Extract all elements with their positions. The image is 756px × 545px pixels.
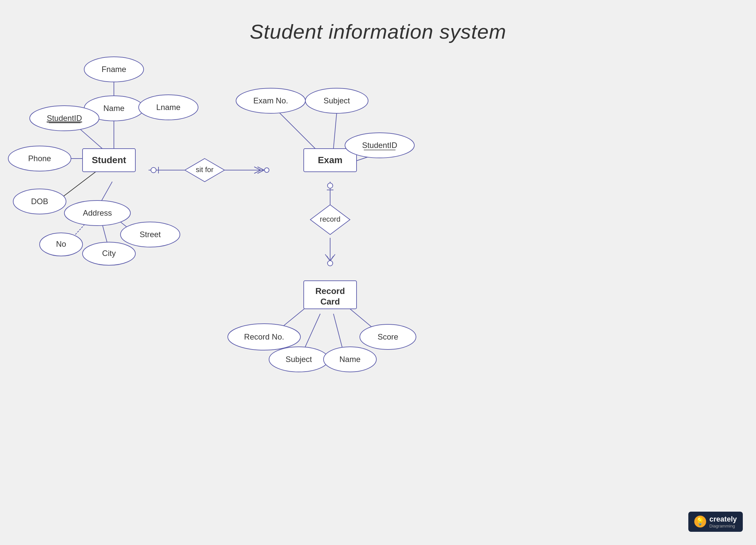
er-diagram: Student Exam Record Card sit for record … xyxy=(0,0,756,545)
svg-line-15 xyxy=(258,167,264,170)
logo-text: creately xyxy=(709,515,737,524)
svg-line-33 xyxy=(304,314,320,350)
svg-text:Street: Street xyxy=(140,230,161,239)
svg-text:Exam: Exam xyxy=(318,155,343,165)
svg-text:Lname: Lname xyxy=(156,103,180,112)
svg-text:StudentID: StudentID xyxy=(362,141,397,150)
svg-line-16 xyxy=(258,170,264,173)
svg-line-26 xyxy=(325,254,330,261)
svg-text:Score: Score xyxy=(378,332,398,341)
svg-text:StudentID: StudentID xyxy=(47,114,82,122)
svg-text:Address: Address xyxy=(83,208,112,217)
svg-line-27 xyxy=(330,254,335,261)
svg-text:Student: Student xyxy=(92,155,126,165)
svg-point-21 xyxy=(327,183,333,188)
svg-line-34 xyxy=(333,314,343,352)
svg-point-19 xyxy=(264,168,269,172)
logo-icon: 💡 xyxy=(694,516,706,528)
svg-text:Fname: Fname xyxy=(102,65,126,74)
svg-text:Subject: Subject xyxy=(286,355,312,364)
svg-text:Phone: Phone xyxy=(28,154,51,163)
svg-point-28 xyxy=(327,260,333,266)
svg-text:sit for: sit for xyxy=(196,165,214,174)
svg-text:record: record xyxy=(320,215,340,223)
svg-line-30 xyxy=(333,112,337,149)
svg-text:Card: Card xyxy=(320,297,340,307)
svg-line-17 xyxy=(254,167,261,170)
svg-text:Exam No.: Exam No. xyxy=(253,96,288,105)
svg-text:City: City xyxy=(102,249,116,257)
svg-line-18 xyxy=(254,170,261,173)
svg-text:Name: Name xyxy=(339,355,361,364)
logo-sub: Diagramming xyxy=(709,524,737,528)
creately-logo: 💡 creately Diagramming xyxy=(688,512,743,532)
svg-point-12 xyxy=(151,167,156,173)
svg-text:Record No.: Record No. xyxy=(244,332,284,341)
svg-text:Name: Name xyxy=(103,104,124,113)
svg-text:Subject: Subject xyxy=(324,96,350,105)
svg-line-29 xyxy=(277,111,317,150)
svg-text:Record: Record xyxy=(315,286,345,296)
svg-text:No: No xyxy=(56,239,66,248)
svg-text:DOB: DOB xyxy=(31,197,48,206)
